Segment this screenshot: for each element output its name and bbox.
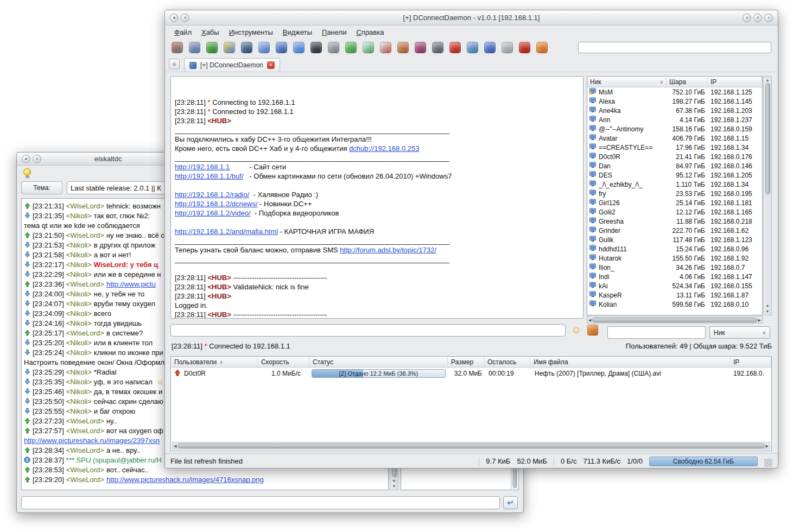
userlist-hscrollbar[interactable]: ◀ ▶	[587, 316, 763, 324]
tab-close-button[interactable]: ×	[267, 61, 275, 69]
adl-search-icon[interactable]	[415, 42, 426, 53]
reload-icon[interactable]	[206, 42, 218, 53]
tab-dconnectdaemon[interactable]: [+] DConnectDaemon ×	[184, 58, 280, 72]
userlist-row[interactable]: Ilion_34.26 ГиБ192.168.0.7	[587, 263, 762, 272]
userlist-row[interactable]: Gulik117.48 ГиБ192.168.1.123	[587, 235, 762, 244]
chat-link[interactable]: http://www.pictu	[106, 280, 156, 288]
back-message-input[interactable]	[21, 496, 500, 509]
column-header-status[interactable]: Статус	[309, 357, 448, 367]
antispam-icon[interactable]	[484, 42, 496, 53]
filter-column-combo[interactable]: Ник ∨	[709, 326, 770, 339]
chat-link[interactable]: http://www.pictureshack.ru/images/4716xs…	[106, 476, 264, 484]
favorite-users-icon[interactable]	[293, 42, 304, 53]
topic-button[interactable]: Тема:	[21, 181, 62, 194]
settings-icon[interactable]	[172, 42, 183, 53]
userlist-row[interactable]: Avatar406.79 ГиБ192.168.1.15	[587, 134, 762, 143]
scroll-down-icon[interactable]: ▼	[766, 308, 770, 314]
userlist-row[interactable]: Alexa198.27 ГиБ192.168.1.145	[587, 97, 762, 106]
chat-link[interactable]: http://192.168.1.1	[175, 163, 230, 171]
chat-link[interactable]: http://192.168.1.2/radio/	[175, 191, 249, 199]
chat-link[interactable]: http://192.168.1.1/buf/	[175, 172, 244, 180]
dconnectdaemon-window[interactable]: ● ∧ [+] DConnectDaemon - v1.0.1 [192.168…	[164, 10, 778, 468]
menu-item-3[interactable]: Виджеты	[278, 27, 317, 37]
userlist[interactable]: Ник∨ Шара IP MsM752.10 ГиБ192.168.1.125A…	[587, 76, 763, 315]
chat-link[interactable]: http://192.168.1.2/video/	[175, 209, 251, 217]
menu-item-2[interactable]: Инструменты	[224, 27, 278, 37]
search-users-icon[interactable]	[310, 42, 322, 53]
search-spy-icon[interactable]	[432, 42, 443, 53]
scroll-up-icon[interactable]: ▲	[766, 77, 770, 83]
front-titlebar[interactable]: ● ∧ [+] DConnectDaemon - v1.0.1 [192.168…	[165, 10, 778, 26]
userlist-row[interactable]: Golii212.12 ГиБ192.168.1.165	[587, 207, 762, 217]
userlist-row[interactable]: Hutarok155.50 ГиБ192.168.1.92	[587, 254, 762, 263]
tab-list-button[interactable]: ≡	[169, 59, 180, 69]
send-button[interactable]: ↵	[503, 496, 518, 509]
userlist-row[interactable]: Indi4.06 ГиБ192.168.1.147	[587, 272, 762, 281]
favorite-hubs-icon[interactable]	[224, 42, 235, 53]
window-menu-button[interactable]: ●	[22, 155, 30, 163]
chat-link[interactable]: http://forum.adsl.by/topic/1732/	[340, 246, 436, 254]
menu-item-1[interactable]: Хабы	[196, 27, 224, 37]
userlist-row[interactable]: Dan84.97 ГиБ192.168.0.146	[587, 161, 762, 170]
userlist-row[interactable]: Girl12625.14 ГиБ192.168.1.181	[587, 198, 762, 207]
menu-item-4[interactable]: Панели	[317, 27, 351, 37]
emoticon-button[interactable]: ☺	[570, 324, 582, 336]
resize-grip[interactable]	[764, 459, 772, 467]
column-header-speed[interactable]: Скорость	[258, 357, 309, 367]
chat-message-input[interactable]	[170, 324, 566, 337]
clear-chat-icon[interactable]	[536, 42, 548, 53]
transfer-row[interactable]: D0ct0R1.0 МиБ/с[Z] Отдано 12.2 МиБ (38.3…	[171, 368, 771, 379]
chat-link[interactable]: http://192.168.1.2/dcnews/	[175, 200, 258, 208]
internet-icon[interactable]	[258, 42, 270, 53]
userlist-row[interactable]: Kolian599.58 ГиБ192.168.0.10	[587, 300, 762, 309]
userlist-row[interactable]: hddhd11115.24 ГиБ192.168.0.96	[587, 244, 762, 254]
scroll-up-icon[interactable]: ▲	[766, 302, 770, 308]
scrollbar-thumb[interactable]	[592, 318, 757, 322]
filter-icon[interactable]	[502, 42, 513, 53]
maximize-button[interactable]: ∧	[753, 14, 762, 22]
userlist-row[interactable]: Ane4ka67.38 ГиБ192.168.1.203	[587, 106, 762, 115]
column-header-size[interactable]: Размер	[448, 357, 484, 367]
transfers-hscrollbar[interactable]: ◀ ▶	[172, 442, 770, 449]
toolbar-search-input[interactable]	[578, 42, 771, 53]
column-header-filename[interactable]: Имя файла	[530, 357, 730, 367]
window-menu-button[interactable]: ●	[170, 14, 179, 22]
userlist-row[interactable]: Ann4.14 ГиБ192.168.1.237	[587, 115, 762, 124]
hub-chat-area[interactable]: [23:28:11] * Connecting to 192.168.1.1[2…	[170, 76, 583, 319]
column-header-share[interactable]: Шара	[667, 77, 708, 87]
userlist-row[interactable]: fry23.53 ГиБ192.168.0.195	[587, 189, 762, 198]
scrollbar-thumb[interactable]	[765, 83, 770, 194]
userlist-row[interactable]: DES95.12 ГиБ192.168.1.205	[587, 170, 762, 180]
minimize-button[interactable]: ∨	[743, 14, 751, 22]
finished-downloads-icon[interactable]	[363, 42, 374, 53]
finished-uploads-icon[interactable]	[380, 42, 391, 53]
userlist-row[interactable]: kAi524.34 ГиБ192.168.0.155	[587, 281, 762, 290]
clear-chat-button[interactable]	[587, 325, 598, 335]
shade-button[interactable]: ∧	[181, 14, 189, 22]
scroll-right-icon[interactable]: ▶	[766, 443, 769, 449]
scroll-left-icon[interactable]: ◀	[174, 443, 176, 449]
connect-icon[interactable]	[189, 42, 200, 53]
search-icon[interactable]	[467, 42, 478, 53]
userlist-row[interactable]: Grinder222.70 ГиБ192.168.1.62	[587, 226, 762, 235]
userlist-scrollbar[interactable]: ▲ ▲ ▼	[763, 76, 772, 315]
upload-queue-icon[interactable]	[397, 42, 409, 53]
scroll-right-icon[interactable]: ▶	[758, 317, 761, 323]
scroll-left-icon[interactable]: ◀	[588, 317, 591, 323]
close-button[interactable]: ×	[764, 14, 773, 22]
download-queue-icon[interactable]	[328, 42, 339, 53]
userlist-row[interactable]: Greesha11.88 ГиБ192.168.0.218	[587, 217, 762, 226]
chat-link[interactable]: dchub://192.168.0.253	[349, 144, 419, 153]
userlist-row[interactable]: ==CREASTYLE==17.96 ГиБ192.168.1.34	[587, 143, 762, 152]
scroll-up-icon[interactable]: ▲	[392, 477, 396, 483]
scroll-down-icon[interactable]: ▼	[392, 483, 396, 489]
cancel-icon[interactable]	[449, 42, 461, 53]
scrollbar-thumb[interactable]	[177, 444, 764, 448]
userlist-row[interactable]: MsM752.10 ГиБ192.168.1.125	[587, 87, 762, 97]
userlist-row[interactable]: _/\_ezhikby_/\_1.110 ТиБ192.168.1.34	[587, 180, 762, 189]
column-header-users[interactable]: Пользователи∧	[171, 357, 258, 367]
column-header-remaining[interactable]: Осталось	[484, 357, 530, 367]
quick-connect-icon[interactable]	[276, 42, 287, 53]
web-server-icon[interactable]	[345, 42, 357, 53]
column-header-ip[interactable]: IP	[730, 357, 771, 367]
